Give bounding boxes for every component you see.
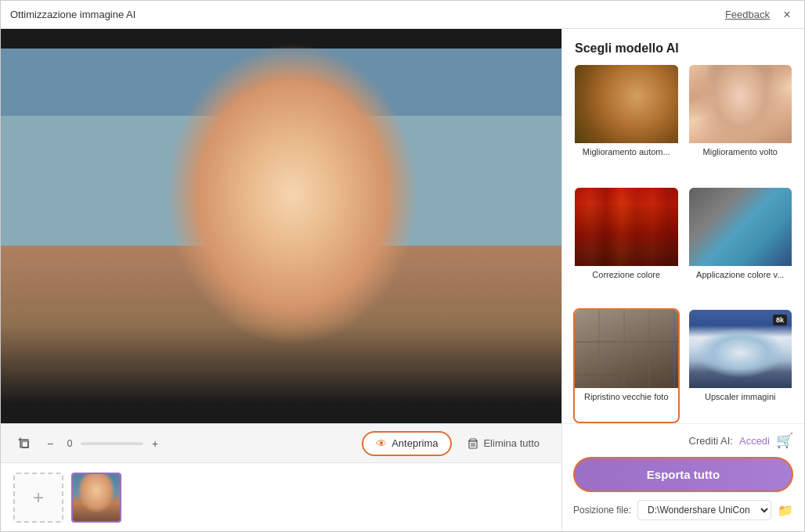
title-bar-right: Feedback × <box>725 7 795 23</box>
badge-8k: 8k <box>773 315 787 325</box>
model-thumb-5 <box>575 310 678 388</box>
model-thumb-3 <box>575 188 678 266</box>
login-link[interactable]: Accedi <box>739 435 770 447</box>
delete-label: Elimina tutto <box>483 437 540 449</box>
app-window: Ottimizzazione immagine AI Feedback × <box>0 0 805 532</box>
folder-icon[interactable]: 📁 <box>778 503 793 518</box>
feedback-link[interactable]: Feedback <box>725 9 770 20</box>
zoom-slider[interactable] <box>81 442 143 445</box>
title-bar-left: Ottimizzazione immagine AI <box>10 9 135 20</box>
model-card-2[interactable]: Miglioramento volto <box>688 63 794 178</box>
model-card-5[interactable]: Ripristino vecchie foto <box>573 308 680 423</box>
model-thumb-4 <box>689 188 792 266</box>
photo-inner <box>1 29 561 423</box>
thumbnail-image <box>73 474 120 521</box>
zoom-value: 0 <box>62 438 78 449</box>
window-controls: × <box>779 7 795 23</box>
model-label-4: Applicazione colore v... <box>689 266 792 285</box>
model-thumb-2 <box>689 65 792 143</box>
credits-row: Crediti AI: Accedi 🛒 <box>573 432 793 449</box>
file-path-select[interactable]: D:\Wondershare UniCon <box>637 500 771 520</box>
export-button[interactable]: Esporta tutto <box>573 457 793 492</box>
thumbnail-bar: + <box>1 462 561 531</box>
model-label-2: Miglioramento volto <box>689 143 792 162</box>
model-label-3: Correzione colore <box>575 266 678 285</box>
right-panel: Scegli modello AI Miglioramento autom...… <box>561 29 804 531</box>
preview-label: Anteprima <box>392 437 438 449</box>
zoom-in-button[interactable]: + <box>146 435 164 452</box>
model-card-1[interactable]: Miglioramento autom... <box>573 63 680 178</box>
title-bar: Ottimizzazione immagine AI Feedback × <box>1 1 804 29</box>
close-button[interactable]: × <box>779 7 795 23</box>
crop-icon[interactable] <box>13 433 35 455</box>
cart-icon[interactable]: 🛒 <box>776 432 793 449</box>
bottom-toolbar: − 0 + 👁 Anteprima <box>1 423 561 462</box>
credits-label: Crediti AI: <box>689 435 733 447</box>
window-title: Ottimizzazione immagine AI <box>10 9 135 20</box>
model-label-1: Miglioramento autom... <box>575 143 678 162</box>
zoom-out-button[interactable]: − <box>42 435 59 452</box>
model-card-3[interactable]: Correzione colore <box>573 186 680 301</box>
panel-header: Scegli modello AI <box>562 29 804 63</box>
model-label-6: Upscaler immagini <box>689 388 792 407</box>
model-label-5: Ripristino vecchie foto <box>575 388 678 407</box>
model-card-4[interactable]: Applicazione colore v... <box>688 186 794 301</box>
model-grid: Miglioramento autom... Miglioramento vol… <box>562 63 804 423</box>
model-card-6[interactable]: 8k Upscaler immagini <box>688 308 794 423</box>
eye-icon: 👁 <box>376 437 387 450</box>
main-content: − 0 + 👁 Anteprima <box>1 29 804 531</box>
main-photo <box>1 29 561 423</box>
preview-button[interactable]: 👁 Anteprima <box>362 431 452 456</box>
zoom-control: − 0 + <box>42 435 164 452</box>
model-thumb-1 <box>575 65 678 143</box>
delete-all-button[interactable]: Elimina tutto <box>458 433 549 454</box>
svg-rect-0 <box>22 441 28 448</box>
right-panel-footer: Crediti AI: Accedi 🛒 Esporta tutto Posiz… <box>562 423 804 531</box>
image-canvas <box>1 29 561 423</box>
thumbnail-item[interactable] <box>71 473 121 523</box>
add-image-button[interactable]: + <box>13 473 63 523</box>
trash-icon <box>467 438 478 449</box>
file-path-row: Posizione file: D:\Wondershare UniCon 📁 <box>573 500 793 520</box>
file-path-label: Posizione file: <box>573 505 631 516</box>
left-panel: − 0 + 👁 Anteprima <box>1 29 561 531</box>
